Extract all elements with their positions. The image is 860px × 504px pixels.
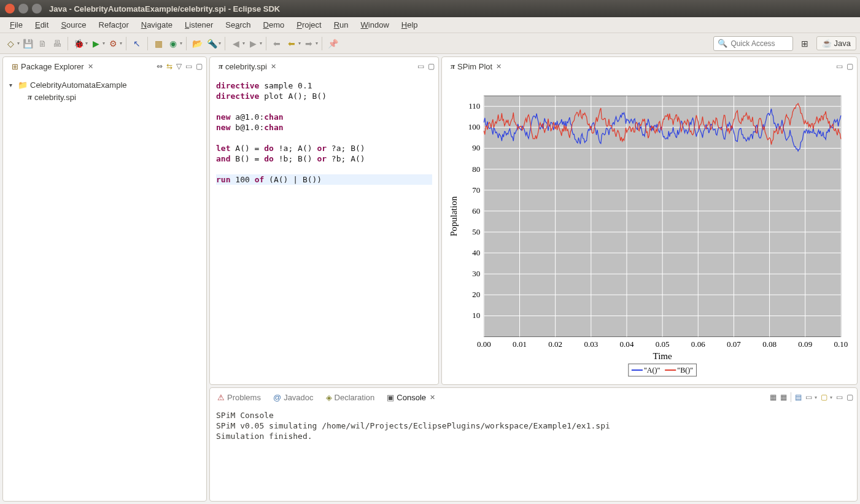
package-explorer-icon: ⊞ [12, 62, 18, 71]
java-perspective-icon: ☕ [822, 39, 832, 48]
external-tools-icon[interactable]: ⚙ [106, 37, 120, 50]
menu-run[interactable]: Run [328, 18, 355, 31]
close-plot-tab-icon[interactable]: ✕ [496, 63, 502, 71]
menu-help[interactable]: Help [395, 18, 424, 31]
svg-text:Time: Time [653, 351, 672, 361]
scroll-lock-icon[interactable]: ▭ [805, 393, 812, 401]
back-icon[interactable]: ⬅ [285, 37, 298, 50]
menubar: File Edit Source Refactor Navigate Liste… [0, 17, 860, 33]
expand-arrow-icon[interactable]: ▾ [9, 82, 15, 88]
menu-source[interactable]: Source [55, 18, 92, 31]
view-menu-icon[interactable]: ▽ [176, 62, 182, 71]
tab-editor-file[interactable]: π celebrity.spi ✕ [214, 59, 281, 74]
pointer-icon[interactable]: ↖ [130, 37, 144, 50]
menu-navigate[interactable]: Navigate [135, 18, 179, 31]
chart-svg: 0.000.010.020.030.040.050.060.070.080.09… [446, 82, 853, 382]
svg-text:0.01: 0.01 [513, 339, 527, 349]
javadoc-icon: @ [273, 393, 281, 402]
link-editor-icon[interactable]: ⇆ [166, 62, 172, 71]
package-explorer-title: Package Explorer [21, 62, 84, 71]
package-explorer-pane: ⊞ Package Explorer ✕ ⇔ ⇆ ▽ ▭ ▢ ▾ 📁 Celeb… [2, 56, 207, 502]
tab-spim-plot[interactable]: π SPim Plot ✕ [446, 59, 506, 74]
svg-text:80: 80 [472, 165, 481, 174]
svg-text:"A()": "A()" [644, 366, 660, 374]
menu-refactor[interactable]: Refactor [93, 18, 135, 31]
svg-text:100: 100 [468, 122, 481, 131]
editor-body[interactable]: directive sample 0.1 directive plot A();… [210, 76, 438, 384]
minimize-console-icon[interactable]: ▭ [836, 393, 843, 401]
maximize-plot-icon[interactable]: ▢ [846, 62, 853, 71]
menu-search[interactable]: Search [219, 18, 257, 31]
terminate-icon[interactable]: ▦ [770, 393, 777, 401]
tab-package-explorer[interactable]: ⊞ Package Explorer ✕ [7, 60, 98, 74]
back-nav-icon: ◀ [229, 37, 242, 50]
collapse-all-icon[interactable]: ⇔ [157, 62, 163, 71]
declaration-icon: ◈ [326, 393, 332, 402]
open-type-icon[interactable]: 📂 [190, 37, 204, 50]
last-edit-icon: ⬅ [270, 37, 284, 50]
maximize-console-icon[interactable]: ▢ [846, 393, 853, 401]
pin-icon: 📌 [326, 37, 339, 50]
quick-access-box[interactable]: 🔍 [713, 36, 793, 51]
svg-text:30: 30 [472, 269, 481, 278]
menu-listener[interactable]: Listener [179, 18, 219, 31]
display-selected-console-icon[interactable]: ▢ [821, 393, 827, 401]
forward-nav-icon: ▶ [246, 37, 260, 50]
debug-icon[interactable]: 🐞 [72, 37, 85, 50]
minimize-editor-icon[interactable]: ▭ [417, 62, 424, 71]
quick-access-input[interactable] [730, 39, 789, 48]
tab-problems[interactable]: ⚠Problems [214, 391, 265, 404]
minimize-plot-icon[interactable]: ▭ [836, 62, 843, 71]
tab-javadoc[interactable]: @Javadoc [269, 391, 317, 404]
close-icon[interactable] [5, 4, 15, 14]
menu-file[interactable]: File [4, 18, 29, 31]
new-class-icon[interactable]: ◉ [166, 37, 180, 50]
menu-edit[interactable]: Edit [29, 18, 55, 31]
new-package-icon[interactable]: ▦ [152, 37, 165, 50]
open-perspective-icon[interactable]: ⊞ [798, 37, 812, 50]
file-name: celebrity.spi [34, 93, 76, 102]
project-tree[interactable]: ▾ 📁 CelebrityAutomataExample π celebrity… [3, 76, 206, 501]
minimize-icon[interactable] [18, 4, 28, 14]
tree-file-row[interactable]: π celebrity.spi [9, 91, 200, 103]
svg-text:0.05: 0.05 [656, 339, 670, 349]
perspective-java[interactable]: ☕ Java [816, 36, 856, 50]
run-icon[interactable]: ▶ [89, 37, 103, 50]
svg-text:110: 110 [468, 101, 481, 110]
print-icon: 🖶 [50, 37, 64, 50]
forward-icon: ➡ [302, 37, 316, 50]
new-icon[interactable]: ◇ [4, 37, 17, 50]
project-folder-icon: 📁 [18, 80, 28, 90]
window-title: Java - CelebrityAutomataExample/celebrit… [49, 4, 280, 14]
svg-text:10: 10 [472, 311, 481, 320]
close-editor-tab-icon[interactable]: ✕ [271, 63, 276, 71]
svg-text:40: 40 [472, 248, 481, 257]
svg-text:0.09: 0.09 [798, 339, 812, 349]
console-body[interactable]: SPiM Console SPiM v0.05 simulating /home… [210, 406, 857, 501]
maximize-icon[interactable] [32, 4, 42, 14]
maximize-editor-icon[interactable]: ▢ [428, 62, 435, 71]
menu-project[interactable]: Project [290, 18, 327, 31]
spi-file-icon: π [28, 92, 32, 102]
menu-window[interactable]: Window [355, 18, 395, 31]
svg-text:0.10: 0.10 [834, 339, 848, 349]
tab-console[interactable]: ▣Console✕ [383, 391, 439, 404]
svg-text:50: 50 [472, 227, 481, 236]
clear-console-icon[interactable]: ▤ [795, 393, 802, 401]
remove-terminated-icon[interactable]: ▦ [780, 393, 787, 401]
svg-text:0.06: 0.06 [691, 339, 705, 349]
project-name: CelebrityAutomataExample [30, 80, 127, 90]
close-tab-icon[interactable]: ✕ [88, 63, 93, 71]
tree-project-row[interactable]: ▾ 📁 CelebrityAutomataExample [9, 79, 200, 91]
console-icon: ▣ [387, 393, 394, 402]
maximize-pane-icon[interactable]: ▢ [196, 62, 203, 71]
svg-text:0.08: 0.08 [762, 339, 777, 349]
tab-declaration[interactable]: ◈Declaration [322, 391, 379, 404]
menu-demo[interactable]: Demo [257, 18, 291, 31]
plot-pane: π SPim Plot ✕ ▭ ▢ 0.000.010.020.030.040.… [441, 56, 858, 385]
save-all-icon: 🗎 [36, 37, 49, 50]
search-icon2[interactable]: 🔦 [205, 37, 219, 50]
close-console-tab-icon[interactable]: ✕ [430, 394, 435, 401]
minimize-pane-icon[interactable]: ▭ [185, 62, 192, 71]
svg-text:60: 60 [472, 206, 481, 215]
